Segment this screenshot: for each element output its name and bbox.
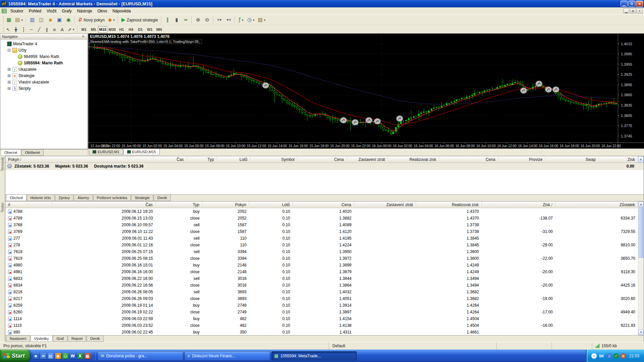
tester-column-realizovat-zisk[interactable]: Realizovat zisk — [416, 201, 482, 208]
timeframe-m15-button[interactable]: M15 — [98, 26, 107, 33]
tree-item-vlastn-ukazatele[interactable]: ⊞ƒVlastní ukazatele — [0, 79, 87, 85]
navigator-tab-obl-ben[interactable]: Oblíbené — [21, 149, 44, 156]
tester-row[interactable]: 76192009.06.25 08:15close33940.101.39721… — [5, 255, 638, 262]
messenger-icon[interactable]: ☺ — [62, 353, 68, 359]
terminal-tab-strategie[interactable]: Strategie — [131, 195, 153, 201]
tray-network-icon[interactable]: ▥ — [621, 353, 626, 359]
tester-row[interactable]: 37692009.06.10 11:22close15870.101.41201… — [5, 228, 638, 235]
mdi-close-button[interactable]: × — [637, 8, 643, 13]
trade-marker[interactable] — [262, 82, 269, 88]
tester-row[interactable]: 8902009.06.02 22:45buy3500.101.43111.466… — [5, 329, 638, 335]
timeframe-m30-button[interactable]: M30 — [107, 26, 117, 33]
zoom-in-button[interactable]: ⊕ — [194, 16, 203, 24]
close-button[interactable]: × — [636, 1, 643, 7]
tester-column-as[interactable]: Čas — [52, 201, 156, 208]
trade-marker[interactable] — [545, 86, 552, 93]
trade-marker[interactable] — [340, 117, 347, 123]
new-order-button[interactable]: ⇵Nový pokyn — [76, 16, 106, 24]
terminal-tab-zpr-vy[interactable]: Zprávy — [55, 195, 74, 201]
terminal-column-zastaven-ztr-t[interactable]: Zastavení ztrát — [347, 156, 388, 163]
menu-grafy[interactable]: Grafy — [59, 8, 74, 14]
menu-n-pov-da[interactable]: Nápověda — [110, 8, 133, 14]
expert-advisors-button[interactable]: ▶Zapnout strategie — [120, 16, 160, 24]
tester-tab-graf[interactable]: Graf — [53, 336, 67, 342]
tester-row[interactable]: 68342009.06.22 16:56close30160.101.38641… — [5, 282, 638, 289]
terminal-column-realizovat-zisk[interactable]: Realizovat zisk — [388, 156, 439, 163]
task-button-outlook[interactable]: ✉Doručená pošta - gra... — [98, 351, 183, 361]
trade-marker[interactable] — [536, 81, 542, 87]
tester-row[interactable]: 49812009.06.16 16:00close21480.101.38791… — [5, 268, 638, 275]
terminal-side-label[interactable]: Terminál — [0, 156, 5, 201]
fibonacci-button[interactable]: ≡ — [51, 26, 58, 33]
arrows-button[interactable]: ⇗▾ — [66, 26, 76, 33]
tester-row[interactable]: 11142009.06.03 22:59buy4620.101.41541.45… — [5, 315, 638, 322]
timeframe-d1-button[interactable]: D1 — [136, 26, 145, 33]
tree-item-strategie[interactable]: ⊞∗Strategie — [0, 72, 87, 79]
toolbar-grip[interactable] — [2, 16, 3, 24]
timeframe-h1-button[interactable]: H1 — [117, 26, 126, 33]
terminal-column-provize[interactable]: Provize — [498, 156, 546, 163]
minimize-button[interactable]: ▁ — [621, 1, 628, 7]
balance-row[interactable]: Zůstatek: 5 023.36Majetek: 5 023.36Dostu… — [5, 163, 644, 170]
tester-column-z-statek[interactable]: Zůstatek — [555, 201, 638, 208]
tester-row[interactable]: 49802009.06.16 15:01buy21480.101.38991.4… — [5, 262, 638, 268]
price-chart[interactable]: 1.40151.39851.39551.39251.38951.38651.38… — [88, 34, 644, 148]
trade-marker[interactable] — [396, 116, 403, 122]
scrollbar-thumb[interactable] — [639, 207, 643, 258]
tester-tab-den-k[interactable]: Deník — [87, 336, 104, 342]
word-icon[interactable]: W — [70, 353, 76, 359]
tester-row[interactable]: 47882009.06.12 19:20buy20520.101.40201.4… — [5, 208, 638, 215]
scroll-down-button[interactable]: ▼ — [638, 329, 644, 335]
expander-plus-icon[interactable]: ⊞ — [7, 80, 11, 84]
tester-column-zisk[interactable]: Zisk∕ — [482, 201, 555, 208]
trade-marker[interactable] — [520, 87, 527, 94]
terminal-column-swap[interactable]: Swap — [545, 156, 598, 163]
timeframe-mn-button[interactable]: MN — [154, 26, 164, 33]
bar-chart-button[interactable]: ∥ — [163, 16, 172, 24]
candlestick-chart-button[interactable]: ▮ — [172, 16, 181, 24]
tree-item-984959-mario-rath[interactable]: 984959: Mario Rath — [0, 53, 87, 60]
terminal-scroll-up-button[interactable]: ▲ — [638, 156, 644, 163]
terminal-tab-alarmy[interactable]: Alarmy — [74, 195, 93, 201]
outlook-express-icon[interactable]: ✉ — [40, 353, 46, 359]
terminal-tab-po-tovn-schr-nka[interactable]: Poštovní schránka — [93, 195, 131, 201]
expander-plus-icon[interactable]: ⊞ — [7, 67, 11, 71]
toolbar-grip[interactable] — [2, 27, 3, 32]
menu-n-stroje[interactable]: Nástroje — [74, 8, 95, 14]
tree-item-ukazatele[interactable]: ⊞ƒUkazatele — [0, 66, 87, 72]
tester-row[interactable]: 68332009.06.22 16:00sell30160.101.38441.… — [5, 275, 638, 282]
tester-row[interactable]: 62592009.06.19 01:14buy27490.101.39141.4… — [5, 302, 638, 309]
excel-icon[interactable]: X — [77, 353, 83, 359]
crosshair-button[interactable]: ╋ — [12, 26, 20, 33]
tester-row[interactable]: 47892009.06.15 13:03close20520.101.38821… — [5, 215, 638, 222]
trade-marker[interactable] — [552, 86, 559, 93]
status-profile[interactable]: Default — [329, 342, 496, 350]
trendline-button[interactable]: ╱ — [35, 26, 43, 33]
horizontal-line-button[interactable]: ─ — [28, 26, 35, 33]
tester-column-cena[interactable]: Cena — [293, 201, 354, 208]
tester-row[interactable]: 82172009.06.26 09:03close36930.101.40511… — [5, 295, 638, 302]
tester-column-zastaven-ztr-t[interactable]: Zastavení ztrát — [354, 201, 416, 208]
navigator-tab-obecn[interactable]: Obecné — [1, 149, 21, 156]
tester-row[interactable]: 37682009.06.10 09:57sell15870.101.40891.… — [5, 222, 638, 228]
strategy-tester-button[interactable]: ◉ — [64, 16, 73, 24]
menu-soubor[interactable]: Soubor — [8, 8, 26, 14]
metaeditor-button[interactable]: ◆▾ — [106, 16, 116, 24]
cursor-button[interactable]: ↖ — [4, 26, 12, 33]
scroll-up-button[interactable]: ▲ — [638, 201, 644, 207]
scrollbar-track[interactable] — [638, 258, 644, 329]
line-chart-button[interactable]: ≈ — [181, 16, 190, 24]
tester-scrollbar[interactable]: ▲ ▼ — [638, 201, 644, 335]
terminal-column-as[interactable]: Čas — [153, 156, 187, 163]
templates-button[interactable]: ▧▾ — [256, 16, 267, 24]
zoom-out-button[interactable]: ⊖ — [203, 16, 212, 24]
menu-vlo-it[interactable]: Vložit — [44, 8, 59, 14]
tray-clock[interactable]: 21:03 — [629, 354, 639, 358]
mdi-restore-button[interactable]: ⧉ — [630, 8, 636, 13]
tree-item-skripty[interactable]: ⊞§Skripty — [0, 85, 87, 92]
new-chart-button[interactable]: ▦ — [4, 16, 13, 24]
timeframe-m1-button[interactable]: M1 — [79, 26, 89, 33]
terminal-column-cena[interactable]: Cena — [298, 156, 347, 163]
expander-plus-icon[interactable]: ⊞ — [7, 74, 11, 78]
tester-tab-report[interactable]: Report — [68, 336, 86, 342]
